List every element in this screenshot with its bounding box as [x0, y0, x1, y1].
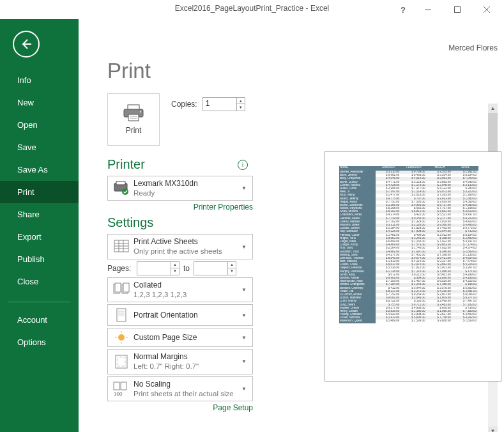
orientation-line1: Portrait Orientation [134, 311, 240, 320]
pages-from-input[interactable] [137, 262, 171, 274]
copies-spinner[interactable]: ▲ ▼ [202, 97, 245, 111]
printer-status-icon [112, 181, 131, 196]
chevron-down-icon: ▼ [240, 386, 248, 392]
sidebar-item-saveas[interactable]: Save As [0, 158, 79, 181]
svg-text:100: 100 [114, 391, 123, 396]
svg-rect-36 [121, 382, 126, 390]
spin-down-icon[interactable]: ▼ [228, 268, 236, 274]
svg-rect-12 [116, 181, 125, 185]
printer-heading: Printer [107, 157, 145, 172]
scaling-dropdown[interactable]: 100 No Scaling Print sheets at their act… [107, 376, 253, 401]
printer-dropdown[interactable]: Lexmark MX310dn Ready ▼ [107, 176, 253, 201]
collation-line2: 1,2,3 1,2,3 1,2,3 [134, 290, 240, 299]
spin-up-icon[interactable]: ▲ [228, 262, 236, 268]
sidebar-item-new[interactable]: New [0, 91, 79, 114]
sidebar-item-close[interactable]: Close [0, 270, 79, 293]
svg-rect-8 [128, 114, 139, 121]
orientation-dropdown[interactable]: Portrait Orientation ▼ [107, 304, 253, 326]
page-title: Print [107, 59, 504, 83]
print-button[interactable]: Print [107, 93, 160, 146]
sidebar-item-share[interactable]: Share [0, 203, 79, 226]
scope-line1: Print Active Sheets [134, 237, 240, 247]
sidebar-item-account[interactable]: Account [0, 309, 79, 331]
svg-rect-1 [455, 7, 461, 13]
collation-dropdown[interactable]: Collated 1,2,3 1,2,3 1,2,3 ▼ [107, 277, 253, 302]
sidebar-item-export[interactable]: Export [0, 226, 79, 248]
svg-rect-23 [123, 283, 129, 292]
pages-to-input[interactable] [194, 262, 227, 274]
scaling-icon: 100 [112, 381, 131, 396]
back-button[interactable] [13, 31, 40, 58]
scroll-down-icon[interactable]: ▼ [488, 426, 498, 432]
scope-line2: Only print the active sheets [134, 247, 240, 256]
minimize-icon[interactable] [413, 3, 443, 17]
spin-up-icon[interactable]: ▲ [171, 262, 179, 268]
printer-properties-link[interactable]: Printer Properties [107, 203, 253, 212]
print-scope-dropdown[interactable]: Print Active Sheets Only print the activ… [107, 234, 253, 259]
close-icon[interactable] [472, 3, 501, 17]
page-size-icon [112, 331, 131, 344]
sidebar-item-open[interactable]: Open [0, 114, 79, 136]
printer-name: Lexmark MX310dn [134, 179, 240, 189]
svg-rect-21 [115, 283, 121, 292]
copies-input[interactable] [203, 98, 236, 109]
margins-line2: Left: 0.7" Right: 0.7" [134, 362, 240, 371]
chevron-down-icon: ▼ [240, 287, 248, 293]
chevron-down-icon: ▼ [240, 244, 248, 250]
print-preview-page: NAMEJANUARYFEBRUARYMARCHAPRILBarnes, Ale… [325, 151, 501, 382]
page-size-dropdown[interactable]: Custom Page Size ▼ [107, 328, 253, 347]
sidebar-item-publish[interactable]: Publish [0, 248, 79, 270]
backstage-sidebar: Info New Open Save Save As Print Share E… [0, 19, 79, 432]
svg-point-7 [140, 111, 141, 112]
active-sheets-icon [112, 240, 131, 254]
spin-down-icon[interactable]: ▼ [171, 268, 179, 274]
collated-icon [112, 282, 131, 297]
margins-line1: Normal Margins [134, 352, 240, 362]
maximize-icon[interactable] [443, 3, 472, 17]
account-user-name[interactable]: Merced Flores [448, 43, 498, 52]
sidebar-item-info[interactable]: Info [0, 69, 79, 91]
chevron-down-icon: ▼ [240, 335, 248, 341]
margins-dropdown[interactable]: Normal Margins Left: 0.7" Right: 0.7" ▼ [107, 349, 253, 374]
copies-down-icon[interactable]: ▼ [237, 104, 245, 110]
sidebar-item-save[interactable]: Save [0, 136, 79, 158]
svg-point-28 [118, 334, 125, 341]
svg-point-13 [122, 189, 128, 195]
scaling-line1: No Scaling [134, 380, 240, 389]
page-size-line1: Custom Page Size [134, 333, 240, 343]
chevron-down-icon: ▼ [240, 185, 248, 191]
printer-icon [123, 104, 144, 122]
svg-rect-35 [114, 382, 119, 390]
scaling-line2: Print sheets at their actual size [134, 389, 240, 398]
sidebar-divider [8, 302, 71, 302]
margins-icon [112, 354, 131, 369]
pages-label: Pages: [107, 264, 133, 273]
print-button-label: Print [126, 126, 142, 135]
collation-line1: Collated [134, 281, 240, 290]
preview-table: NAMEJANUARYFEBRUARYMARCHAPRILBarnes, Ale… [339, 166, 478, 323]
pages-to-spinner[interactable]: ▲▼ [194, 261, 236, 275]
portrait-icon [112, 307, 131, 323]
printer-info-icon[interactable]: i [238, 160, 248, 170]
pages-from-spinner[interactable]: ▲▼ [137, 261, 179, 275]
sidebar-item-options[interactable]: Options [0, 331, 79, 353]
printer-status: Ready [134, 189, 240, 197]
scroll-up-icon[interactable]: ▲ [488, 104, 498, 113]
help-icon[interactable]: ? [393, 3, 413, 17]
chevron-down-icon: ▼ [240, 312, 248, 318]
sidebar-item-print[interactable]: Print [0, 181, 79, 203]
copies-label: Copies: [171, 100, 197, 109]
page-setup-link[interactable]: Page Setup [107, 403, 253, 412]
copies-up-icon[interactable]: ▲ [237, 98, 245, 104]
chevron-down-icon: ▼ [240, 359, 248, 364]
pages-to-label: to [183, 264, 190, 273]
settings-heading: Settings [107, 215, 153, 230]
